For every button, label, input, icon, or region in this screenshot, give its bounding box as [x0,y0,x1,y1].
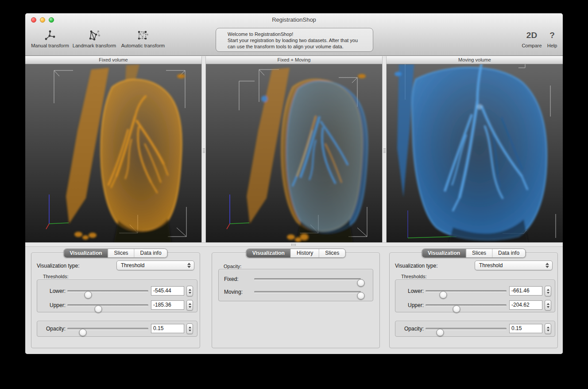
tab-slices[interactable]: Slices [466,249,492,257]
manual-transform-label: Manual transform [31,43,69,48]
splitter-grip [383,148,386,153]
upper-label: Upper: [395,300,424,311]
upper-slider[interactable] [67,304,148,306]
visualization-type-label: Visualization type: [395,261,438,271]
landmark-transform-icon [88,28,101,43]
lower-stepper[interactable] [186,286,193,296]
opacity-stepper[interactable] [545,323,551,334]
tab-data-info[interactable]: Data info [492,249,525,257]
lower-slider-knob[interactable] [440,291,447,299]
moving-opacity-label: Moving: [224,287,243,297]
help-button[interactable]: ? Help [544,28,560,53]
upper-stepper[interactable] [545,300,551,311]
lower-label: Lower: [395,286,424,296]
manual-transform-icon [44,28,56,43]
thresholds-caption: Thresholds: [401,274,426,279]
tab-visualization[interactable]: Visualization [64,249,108,257]
moving-opacity-knob[interactable] [357,292,365,300]
opacity-slider[interactable] [67,328,148,330]
tab-visualization[interactable]: Visualization [247,249,290,257]
tab-data-info[interactable]: Data info [134,249,167,257]
dropdown-arrows-icon [187,263,191,268]
opacity-value-field[interactable]: 0.15 [151,324,184,333]
volume-render-moving [387,64,563,242]
opacity-row: Opacity: 0.15 [395,323,555,334]
vertical-splitter-1[interactable] [201,56,206,242]
fixed-opacity-knob[interactable] [357,279,365,287]
toolbar: Manual transform [25,26,563,56]
opacity-label: Opacity: [37,323,66,334]
viewport-fixed-panel: Fixed volume [25,56,201,242]
window-chrome: RegistrationShop [25,13,563,56]
automatic-transform-icon [136,28,150,43]
thresholds-caption: Thresholds: [43,274,68,279]
lower-stepper[interactable] [545,286,551,296]
viewport-moving-header: Moving volume [387,56,563,64]
upper-threshold-row: Upper: -204.62 [395,300,555,311]
visualization-type-label: Visualization type: [37,261,80,271]
upper-value-field[interactable]: -185.36 [151,300,184,310]
lower-slider[interactable] [426,290,507,292]
vertical-splitter-2[interactable] [382,56,387,242]
upper-threshold-row: Upper: -185.36 [37,300,197,311]
welcome-line-2: Start your registration by loading two d… [228,37,368,43]
splitter-grip [291,244,296,246]
fixed-opacity-row: Fixed: [219,274,373,284]
compare-2d-icon: 2D [526,28,537,43]
controls-row: Visualization Slices Data info Visualiza… [25,247,563,354]
tab-slices[interactable]: Slices [319,249,345,257]
opacity-row: Opacity: 0.15 [37,323,197,334]
opacity-slider[interactable] [426,328,507,330]
viewport-moving-3d-view[interactable] [387,64,563,242]
opacity-slider-knob[interactable] [436,329,444,336]
help-icon: ? [549,28,555,43]
moving-opacity-slider[interactable] [254,291,361,293]
dropdown-arrows-icon [545,263,549,268]
viewport-moving-panel: Moving volume [387,56,563,242]
fixed-tabbar: Visualization Slices Data info [63,249,167,258]
automatic-transform-button[interactable]: Automatic transform [120,28,166,53]
fixed-opacity-slider[interactable] [254,278,361,280]
moving-opacity-row: Moving: [219,287,373,297]
window-title: RegistrationShop [25,16,563,23]
manual-transform-button[interactable]: Manual transform [31,28,70,53]
opacity-value-field[interactable]: 0.15 [509,324,542,333]
opacity-slider-knob[interactable] [79,329,86,336]
fixed-opacity-label: Fixed: [224,274,239,284]
welcome-line-3: can use the transform tools to align you… [228,43,368,50]
upper-stepper[interactable] [186,300,193,311]
compare-2d-button[interactable]: 2D Compare [520,28,543,53]
views-row: Fixed volume [25,56,563,242]
upper-slider[interactable] [426,304,507,306]
lower-slider[interactable] [67,290,148,292]
opacity-label: Opacity: [395,323,424,334]
lower-slider-knob[interactable] [85,291,92,299]
thresholds-group: Lower: -661.46 Upper: -204.62 [395,280,555,312]
horizontal-splitter[interactable] [25,242,563,247]
upper-slider-knob[interactable] [453,305,460,313]
visualization-type-dropdown[interactable]: Threshold [475,261,553,270]
titlebar[interactable]: RegistrationShop [25,13,563,26]
tab-history[interactable]: History [290,249,319,257]
combined-tabbar: Visualization History Slices [246,249,346,258]
app-window: RegistrationShop [25,13,563,354]
automatic-transform-label: Automatic transform [121,43,165,48]
viewport-combined-3d-view[interactable] [206,64,382,242]
tab-visualization[interactable]: Visualization [422,249,466,257]
visualization-type-dropdown[interactable]: Threshold [116,261,194,270]
opacity-group: Opacity: 0.15 [395,321,555,337]
fixed-controls-frame: Visualization Slices Data info Visualiza… [31,253,200,348]
desktop-background: RegistrationShop [0,0,588,389]
opacity-caption: Opacity: [224,264,241,269]
upper-value-field[interactable]: -204.62 [509,300,542,310]
visualization-type-value: Threshold [121,262,144,268]
tab-slices[interactable]: Slices [108,249,134,257]
landmark-transform-button[interactable]: Landmark transform [70,28,119,53]
viewport-fixed-3d-view[interactable] [25,64,201,242]
viewport-fixed-header: Fixed volume [25,56,201,64]
upper-slider-knob[interactable] [95,305,102,313]
opacity-stepper[interactable] [186,323,193,334]
lower-value-field[interactable]: -661.46 [509,286,542,296]
lower-value-field[interactable]: -545.44 [151,286,184,296]
welcome-line-1: Welcome to RegistrationShop! [228,31,368,37]
